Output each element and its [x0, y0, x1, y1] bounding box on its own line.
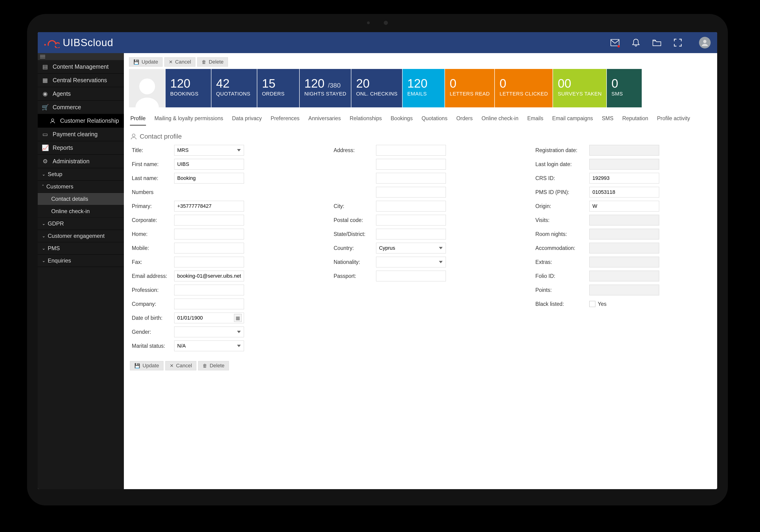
- chevron-down-icon: ⌄: [42, 258, 45, 263]
- tab-bookings[interactable]: Bookings: [390, 113, 413, 125]
- tab-anniversaries[interactable]: Anniversaries: [308, 113, 341, 125]
- svg-point-2: [703, 40, 706, 43]
- dob-input[interactable]: [174, 313, 244, 323]
- nav-content-management[interactable]: ▤ Content Management: [38, 60, 124, 73]
- corporate-phone-input[interactable]: [174, 215, 244, 225]
- nav-sub-online-checkin[interactable]: Online check-in: [38, 205, 124, 218]
- svg-point-4: [139, 78, 155, 94]
- card-icon: ▭: [42, 131, 48, 138]
- tab-profile-activity[interactable]: Profile activity: [657, 113, 690, 125]
- calendar-icon[interactable]: ▦: [234, 314, 242, 322]
- tab-online-checkin[interactable]: Online check-in: [481, 113, 519, 125]
- label-gender: Gender:: [132, 329, 171, 335]
- bell-icon[interactable]: [632, 38, 640, 47]
- fax-input[interactable]: [174, 257, 244, 267]
- nav-group-setup[interactable]: ⌄Setup: [38, 168, 124, 180]
- label-last-login: Last login date:: [535, 161, 587, 168]
- nav-group-engagement[interactable]: ⌄Customer engagement: [38, 230, 124, 242]
- nav-commerce[interactable]: 🛒 Commerce: [38, 101, 124, 114]
- update-button[interactable]: 💾Update: [129, 57, 163, 67]
- cancel-button[interactable]: ✕Cancel: [165, 361, 196, 370]
- tab-data-privacy[interactable]: Data privacy: [231, 113, 262, 125]
- tile-nights-stayed[interactable]: 120 /380NIGHTS STAYED: [300, 69, 351, 107]
- tab-relationships[interactable]: Relationships: [349, 113, 382, 125]
- fullscreen-icon[interactable]: [673, 38, 682, 47]
- tab-profile[interactable]: Profile: [130, 113, 146, 125]
- title-select[interactable]: [174, 145, 244, 156]
- nav-group-gdpr[interactable]: ⌄GDPR: [38, 218, 124, 230]
- last-name-input[interactable]: [174, 173, 244, 183]
- origin-input[interactable]: [589, 201, 659, 212]
- tab-quotations[interactable]: Quotations: [421, 113, 448, 125]
- chevron-down-icon: ⌄: [42, 172, 45, 177]
- postal-input[interactable]: [376, 215, 446, 225]
- nav-group-enquiries[interactable]: ⌄Enquiries: [38, 255, 124, 267]
- label-postal: Postal code:: [334, 217, 373, 223]
- folio-id-display: [589, 271, 659, 281]
- tile-quotations[interactable]: 42QUOTATIONS: [212, 69, 257, 107]
- user-avatar[interactable]: [699, 37, 711, 48]
- email-input[interactable]: [174, 271, 244, 281]
- tab-emails[interactable]: Emails: [527, 113, 544, 125]
- cancel-button[interactable]: ✕Cancel: [165, 57, 195, 67]
- profession-input[interactable]: [174, 285, 244, 295]
- crs-id-input[interactable]: [589, 173, 659, 183]
- label-country: Country:: [334, 245, 373, 251]
- tab-mailing-loyalty[interactable]: Mailing & loyalty permissions: [154, 113, 223, 125]
- update-button[interactable]: 💾Update: [130, 361, 164, 370]
- nav-customer-relationship[interactable]: Customer Relationship: [38, 114, 124, 128]
- country-select[interactable]: [376, 243, 446, 254]
- primary-phone-input[interactable]: [174, 201, 244, 212]
- tile-onl-checkins[interactable]: 20ONL. CHECKINS: [351, 69, 402, 107]
- address4-input[interactable]: [376, 187, 446, 198]
- gender-select[interactable]: [174, 326, 244, 337]
- tile-letters-clicked[interactable]: 0LETTERS CLICKED: [495, 69, 552, 107]
- nav-payment-clearing[interactable]: ▭ Payment clearing: [38, 128, 124, 141]
- nav-label: Payment clearing: [53, 131, 98, 138]
- hamburger-icon[interactable]: [38, 53, 124, 60]
- tile-orders[interactable]: 15ORDERS: [257, 69, 299, 107]
- tab-sms[interactable]: SMS: [601, 113, 614, 125]
- tile-bookings[interactable]: 120BOOKINGS: [166, 69, 211, 107]
- tab-reputation[interactable]: Reputation: [622, 113, 648, 125]
- nav-central-reservations[interactable]: ▦ Central Reservations: [38, 73, 124, 87]
- delete-button[interactable]: 🗑Delete: [197, 57, 228, 67]
- nav-group-customers[interactable]: ˄Customers: [38, 180, 124, 193]
- tile-sms[interactable]: 0SMS: [607, 69, 642, 107]
- city-input[interactable]: [376, 201, 446, 212]
- state-input[interactable]: [376, 229, 446, 239]
- company-input[interactable]: [174, 299, 244, 309]
- headset-icon: ◉: [42, 91, 48, 97]
- home-phone-input[interactable]: [174, 229, 244, 239]
- tab-orders[interactable]: Orders: [456, 113, 473, 125]
- cart-icon: 🛒: [42, 104, 48, 111]
- address2-input[interactable]: [376, 159, 446, 169]
- tile-emails[interactable]: 120EMAILS: [403, 69, 445, 107]
- nationality-select[interactable]: [376, 257, 446, 267]
- folder-icon[interactable]: [652, 38, 661, 47]
- black-listed-checkbox[interactable]: [589, 301, 595, 307]
- nav-reports[interactable]: 📈 Reports: [38, 141, 124, 155]
- passport-input[interactable]: [376, 271, 446, 281]
- address3-input[interactable]: [376, 173, 446, 183]
- nav-sub-contact-details[interactable]: Contact details: [38, 193, 124, 205]
- pms-id-input[interactable]: [589, 187, 659, 198]
- nav-agents[interactable]: ◉ Agents: [38, 87, 124, 101]
- first-name-input[interactable]: [174, 159, 244, 169]
- nav-group-pms[interactable]: ⌄PMS: [38, 242, 124, 255]
- mobile-phone-input[interactable]: [174, 243, 244, 254]
- label-extras: Extras:: [535, 259, 587, 265]
- label-black-listed: Black listed:: [535, 301, 587, 307]
- accommodation-display: [589, 243, 659, 254]
- address1-input[interactable]: [376, 145, 446, 156]
- nav-administration[interactable]: ⚙ Administration: [38, 155, 124, 168]
- delete-button[interactable]: 🗑Delete: [198, 361, 229, 370]
- marital-select[interactable]: [174, 341, 244, 351]
- nav-sub-label: Online check-in: [51, 208, 90, 214]
- tile-letters-read[interactable]: 0LETTERS READ: [445, 69, 494, 107]
- mail-icon[interactable]: [610, 38, 619, 47]
- tile-label: QUOTATIONS: [216, 91, 252, 97]
- tab-preferences[interactable]: Preferences: [270, 113, 300, 125]
- tile-surveys-taken[interactable]: 00SURVEYS TAKEN: [553, 69, 606, 107]
- tab-email-campaigns[interactable]: Email campaigns: [551, 113, 593, 125]
